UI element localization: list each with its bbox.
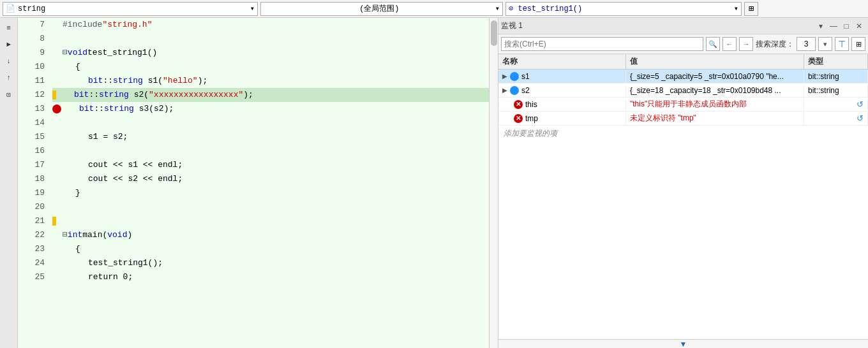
watch-table: ▶ s1 {_size=5 _capacity=5 _str=0x010a079… — [498, 69, 868, 339]
watch-close-btn[interactable]: ✕ — [853, 20, 865, 33]
code-content: 7 8 9 10 11 12 13 14 15 16 17 18 19 20 2… — [18, 18, 498, 348]
code-editor[interactable]: 7 8 9 10 11 12 13 14 15 16 17 18 19 20 2… — [18, 18, 498, 348]
watch-search-button[interactable]: 🔍 — [706, 37, 720, 51]
scope-dropdown[interactable]: (全局范围) ▾ — [260, 2, 503, 16]
status-error-this: ✕ — [514, 100, 523, 109]
watch-scroll-bottom: ▼ — [498, 339, 868, 348]
col-header-type: 类型 — [804, 54, 868, 69]
status-dot-s1 — [510, 72, 519, 81]
watch-value-s1: {_size=5 _capacity=5 _str=0x010a0790 "he… — [626, 71, 804, 82]
scroll-bottom-icon: ▼ — [680, 340, 687, 349]
watch-header: 监视 1 ▾ — □ ✕ — [498, 18, 868, 34]
main-area: ≡ ► ↓ ↑ ⊡ 7 8 9 10 11 12 13 14 15 16 17 … — [0, 18, 868, 348]
watch-depth-input[interactable] — [797, 37, 816, 51]
sidebar: ≡ ► ↓ ↑ ⊡ — [0, 18, 18, 348]
watch-type-this: ↺ — [804, 98, 868, 110]
function-dropdown[interactable]: ⊙ test_string1() ▾ — [505, 2, 742, 16]
watch-value-tmp: 未定义标识符 "tmp" — [626, 112, 804, 125]
watch-depth-label: 搜索深度： — [756, 39, 794, 50]
filename-label: string — [18, 4, 45, 13]
code-line-9: ⊟void test_string1() — [52, 46, 489, 60]
filter-icon: ⊤ — [838, 39, 846, 49]
watch-type-s2: bit::string — [804, 85, 868, 96]
code-line-25: return 0; — [52, 270, 489, 284]
watch-nav-forward[interactable]: → — [739, 37, 753, 51]
watch-depth-down[interactable]: ▾ — [818, 37, 832, 51]
watch-name-this: ✕ this — [498, 99, 626, 110]
code-line-14 — [52, 116, 489, 130]
filename-dropdown[interactable]: 📄 string ▾ — [3, 2, 258, 16]
watch-name-s2-text: s2 — [521, 86, 530, 95]
watch-columns-btn[interactable]: ⊞ — [851, 37, 865, 51]
sidebar-icon-1[interactable]: ≡ — [1, 20, 17, 36]
code-line-23: { — [52, 242, 489, 256]
watch-row-this[interactable]: ✕ this "this"只能用于非静态成员函数内部 ↺ — [498, 98, 868, 112]
split-btn[interactable]: ⊞ — [744, 2, 758, 16]
code-line-13: bit::string s3(s2); — [52, 102, 489, 116]
watch-table-header: 名称 值 类型 — [498, 54, 868, 69]
code-line-20 — [52, 200, 489, 214]
watch-type-tmp: ↺ — [804, 112, 868, 124]
watch-row-s1[interactable]: ▶ s1 {_size=5 _capacity=5 _str=0x010a079… — [498, 69, 868, 83]
code-line-21 — [52, 214, 489, 228]
watch-name-s1: ▶ s1 — [498, 71, 626, 82]
code-line-10: { — [52, 60, 489, 74]
code-line-15: s1 = s2; — [52, 130, 489, 144]
status-dot-s2 — [510, 86, 519, 95]
watch-nav-back[interactable]: ← — [722, 37, 737, 51]
sidebar-icon-5[interactable]: ⊡ — [1, 87, 17, 102]
function-arrow: ▾ — [734, 4, 738, 13]
watch-minimize-btn[interactable]: — — [827, 20, 840, 33]
line-numbers: 7 8 9 10 11 12 13 14 15 16 17 18 19 20 2… — [18, 18, 50, 348]
col-header-name: 名称 — [498, 54, 626, 69]
code-lines: #include "string.h" ⊟void test_string1()… — [50, 18, 489, 348]
columns-icon: ⊞ — [856, 40, 862, 48]
watch-row-s2[interactable]: ▶ s2 {_size=18 _capacity=18 _str=0x0109b… — [498, 83, 868, 98]
code-line-16 — [52, 144, 489, 158]
watch-panel: 监视 1 ▾ — □ ✕ 🔍 ← → 搜索深度： ▾ ⊤ ⊞ 名称 值 类 — [498, 18, 868, 348]
top-toolbar: 📄 string ▾ (全局范围) ▾ ⊙ test_string1() ▾ ⊞ — [0, 0, 868, 18]
code-line-24: test_string1(); — [52, 256, 489, 270]
dropdown-arrow: ▾ — [250, 4, 255, 13]
code-line-22: ⊟int main(void) — [52, 228, 489, 242]
scope-label: (全局范围) — [264, 3, 495, 14]
refresh-icon-tmp[interactable]: ↺ — [857, 113, 864, 123]
watch-type-s1: bit::string — [804, 71, 868, 82]
status-error-tmp: ✕ — [514, 114, 523, 123]
watch-name-tmp-text: tmp — [525, 114, 538, 123]
col-header-value: 值 — [626, 54, 804, 69]
code-line-18: cout << s2 << endl; — [52, 172, 489, 186]
watch-title: 监视 1 — [501, 20, 814, 31]
watch-name-tmp: ✕ tmp — [498, 113, 626, 124]
expand-arrow-s1[interactable]: ▶ — [502, 73, 507, 80]
scope-arrow: ▾ — [495, 4, 500, 13]
add-watch-link[interactable]: 添加要监视的项 — [498, 126, 868, 141]
code-line-17: cout << s1 << endl; — [52, 158, 489, 172]
sidebar-icon-2[interactable]: ► — [1, 37, 17, 52]
watch-filter-btn[interactable]: ⊤ — [835, 37, 849, 51]
function-label: ⊙ test_string1() — [509, 4, 734, 13]
watch-value-s2: {_size=18 _capacity=18 _str=0x0109bd48 .… — [626, 85, 804, 96]
code-line-19: } — [52, 186, 489, 200]
expand-arrow-s2[interactable]: ▶ — [502, 87, 507, 94]
watch-name-this-text: this — [525, 100, 537, 109]
code-line-11: bit::string s1("hello"); — [52, 74, 489, 88]
code-line-7: #include "string.h" — [52, 18, 489, 32]
sidebar-icon-4[interactable]: ↑ — [1, 70, 17, 85]
scrollbar-thumb[interactable] — [491, 20, 497, 46]
watch-value-this: "this"只能用于非静态成员函数内部 — [626, 98, 804, 111]
sidebar-icon-3[interactable]: ↓ — [1, 54, 17, 69]
refresh-icon-this[interactable]: ↺ — [857, 99, 864, 109]
code-scrollbar[interactable] — [489, 18, 498, 348]
code-line-12: bit::string s2("xxxxxxxxxxxxxxxxx"); — [52, 88, 489, 102]
code-line-8 — [52, 32, 489, 46]
watch-row-tmp[interactable]: ✕ tmp 未定义标识符 "tmp" ↺ — [498, 112, 868, 126]
watch-search-bar: 🔍 ← → 搜索深度： ▾ ⊤ ⊞ — [498, 34, 868, 54]
watch-maximize-btn[interactable]: □ — [840, 20, 853, 33]
watch-dropdown-btn[interactable]: ▾ — [814, 20, 827, 33]
watch-search-input[interactable] — [501, 37, 703, 51]
watch-name-s1-text: s1 — [521, 72, 530, 81]
watch-name-s2: ▶ s2 — [498, 85, 626, 96]
